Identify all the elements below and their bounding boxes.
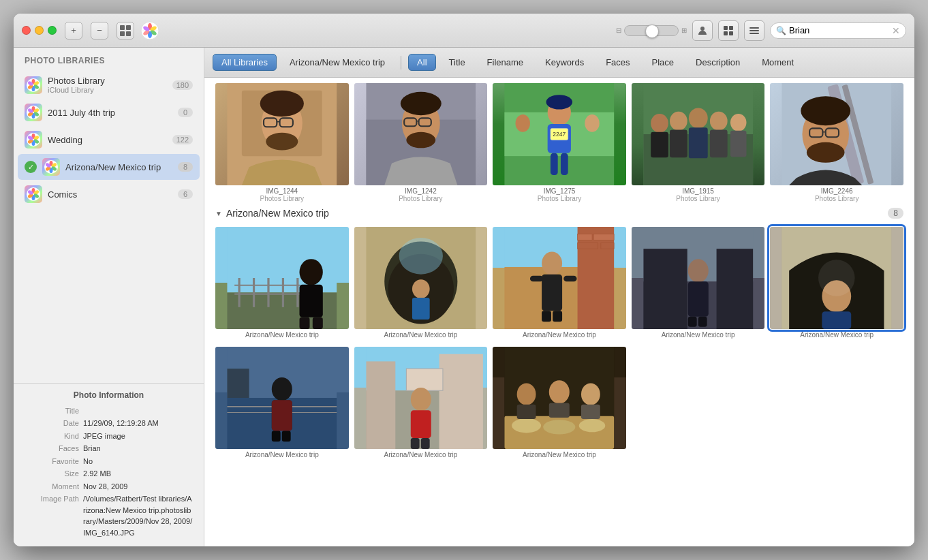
add-button[interactable]: +: [65, 22, 82, 40]
info-label-title: Title: [25, 405, 79, 417]
photo-thumb-az2[interactable]: [354, 227, 488, 329]
photo-item-img1275[interactable]: 2247 IMG_1275 Photos Library: [493, 83, 626, 202]
library-sublabel: iCloud Library: [48, 86, 167, 94]
info-row-kind: Kind JPEG image: [25, 431, 193, 442]
sidebar-item-photos-library[interactable]: Photos Library iCloud Library 180: [18, 72, 200, 98]
library-name: Photos Library: [48, 76, 167, 86]
info-row-date: Date 11/29/09, 12:19:28 AM: [25, 418, 193, 429]
traffic-lights: [22, 26, 57, 35]
info-row-size: Size 2.92 MB: [25, 468, 193, 480]
photo-thumb-img2246[interactable]: [770, 83, 903, 185]
photo-thumb-az6[interactable]: [215, 347, 349, 449]
photo-label-az6: Arizona/New Mexico trip: [245, 451, 319, 458]
library-name-2: 2011 July 4th trip: [48, 108, 172, 118]
filter-filename[interactable]: Filename: [478, 54, 532, 71]
filter-title[interactable]: Title: [440, 54, 474, 71]
photo-label-az3: Arizona/New Mexico trip: [523, 331, 596, 339]
grid-view-button[interactable]: [117, 22, 134, 40]
photo-grid-area[interactable]: IMG_1244 Photos Library: [204, 78, 914, 546]
info-label-kind: Kind: [25, 431, 79, 442]
photo-item-az5[interactable]: Arizona/New Mexico trip: [770, 227, 903, 339]
svg-rect-157: [410, 410, 431, 438]
section-toggle[interactable]: ▼: [215, 210, 222, 217]
photo-thumb-img1242[interactable]: [354, 83, 488, 185]
info-label-size: Size: [25, 468, 79, 480]
svg-rect-76: [651, 132, 668, 158]
filter-arizona-trip[interactable]: Arizona/New Mexico trip: [281, 54, 394, 71]
photo-item-img1242[interactable]: IMG_1242 Photos Library: [354, 83, 488, 202]
svg-rect-78: [670, 130, 687, 158]
photo-thumb-img1244[interactable]: [215, 83, 349, 185]
photo-thumb-az3[interactable]: [493, 227, 626, 329]
svg-point-81: [710, 112, 728, 131]
photo-label-az5: Arizona/New Mexico trip: [800, 331, 873, 339]
sidebar-item-comics[interactable]: Comics 6: [18, 181, 200, 207]
svg-rect-70: [561, 153, 568, 175]
search-clear-button[interactable]: ✕: [892, 25, 900, 36]
sidebar-item-arizona-trip[interactable]: ✓ Arizona/New Mexico trip 8: [18, 154, 200, 180]
photo-row-arizona-2: Arizona/New Mexico trip: [215, 347, 903, 458]
filter-description[interactable]: Description: [687, 54, 749, 71]
sidebar-item-july-trip[interactable]: 2011 July 4th trip 0: [18, 99, 200, 125]
svg-point-77: [670, 112, 687, 131]
photo-item-az4[interactable]: Arizona/New Mexico trip: [632, 227, 765, 339]
photo-thumb-az7[interactable]: [354, 347, 488, 449]
filter-all[interactable]: All: [408, 54, 435, 71]
svg-rect-126: [563, 276, 576, 282]
photo-thumb-img1275[interactable]: 2247: [493, 83, 626, 185]
info-value-date: 11/29/09, 12:19:28 AM: [83, 418, 193, 429]
library-count: 180: [172, 80, 193, 90]
photo-item-az7[interactable]: Arizona/New Mexico trip: [354, 347, 488, 458]
photos-app-icon: [140, 20, 160, 41]
photo-item-az2[interactable]: Arizona/New Mexico trip: [354, 227, 488, 339]
photo-label-img1242: IMG_1242: [405, 187, 437, 195]
svg-point-146: [272, 377, 292, 401]
info-row-faces: Faces Brian: [25, 443, 193, 454]
person-icon-button[interactable]: [692, 20, 713, 41]
info-value-moment: Nov 28, 2009: [83, 481, 193, 493]
photo-thumb-az1[interactable]: [215, 227, 349, 329]
library-name-3: Wedding: [48, 135, 167, 145]
close-button[interactable]: [22, 26, 31, 35]
photo-item-az8[interactable]: Arizona/New Mexico trip: [493, 347, 626, 458]
library-name-4: Arizona/New Mexico trip: [65, 162, 172, 172]
filter-all-libraries[interactable]: All Libraries: [213, 54, 277, 71]
minus-button[interactable]: −: [91, 22, 108, 40]
right-panel: All Libraries Arizona/New Mexico trip Al…: [204, 48, 914, 546]
search-bar[interactable]: 🔍 ✕: [770, 22, 906, 39]
info-value-image-path: /Volumes/Ratbert/Test libraries/Arizona:…: [83, 493, 193, 538]
photo-thumb-az4[interactable]: [632, 227, 765, 329]
svg-point-48: [260, 91, 304, 117]
maximize-button[interactable]: [48, 26, 57, 35]
photo-item-az1[interactable]: Arizona/New Mexico trip: [215, 227, 349, 339]
sidebar-item-wedding[interactable]: Wedding 122: [18, 127, 200, 153]
list-view-button[interactable]: [744, 20, 764, 41]
photo-item-az3[interactable]: Arizona/New Mexico trip: [493, 227, 626, 339]
svg-rect-149: [282, 431, 291, 441]
photo-sublabel-img2246: Photos Library: [815, 195, 859, 202]
slider-track[interactable]: [624, 25, 679, 36]
library-count-2: 0: [178, 108, 193, 117]
plus-icon: +: [71, 25, 76, 35]
photo-item-az6[interactable]: Arizona/New Mexico trip: [215, 347, 349, 458]
zoom-slider[interactable]: ⊟ ⊞: [616, 25, 687, 36]
photo-thumb-az5[interactable]: [770, 227, 903, 329]
filter-place[interactable]: Place: [643, 54, 683, 71]
search-input[interactable]: [789, 25, 889, 35]
minimize-button[interactable]: [35, 26, 44, 35]
photo-item-img1244[interactable]: IMG_1244 Photos Library: [215, 83, 349, 202]
photo-thumb-az8[interactable]: [493, 347, 626, 449]
svg-rect-82: [710, 130, 728, 158]
photo-item-img2246[interactable]: IMG_2246 Photos Library: [770, 83, 903, 202]
photo-item-img1915[interactable]: IMG_1915 Photos Library: [632, 83, 765, 202]
photo-sublabel-img1242: Photos Library: [399, 195, 442, 202]
svg-rect-125: [530, 276, 543, 282]
svg-rect-155: [406, 369, 443, 390]
photo-thumb-img1915[interactable]: [632, 83, 765, 185]
filter-faces[interactable]: Faces: [597, 54, 638, 71]
info-value-faces: Brian: [83, 443, 193, 454]
filter-keywords[interactable]: Keywords: [536, 54, 593, 71]
filter-moment[interactable]: Moment: [753, 54, 803, 71]
svg-rect-80: [689, 127, 708, 158]
grid-toggle-button[interactable]: [718, 20, 739, 41]
